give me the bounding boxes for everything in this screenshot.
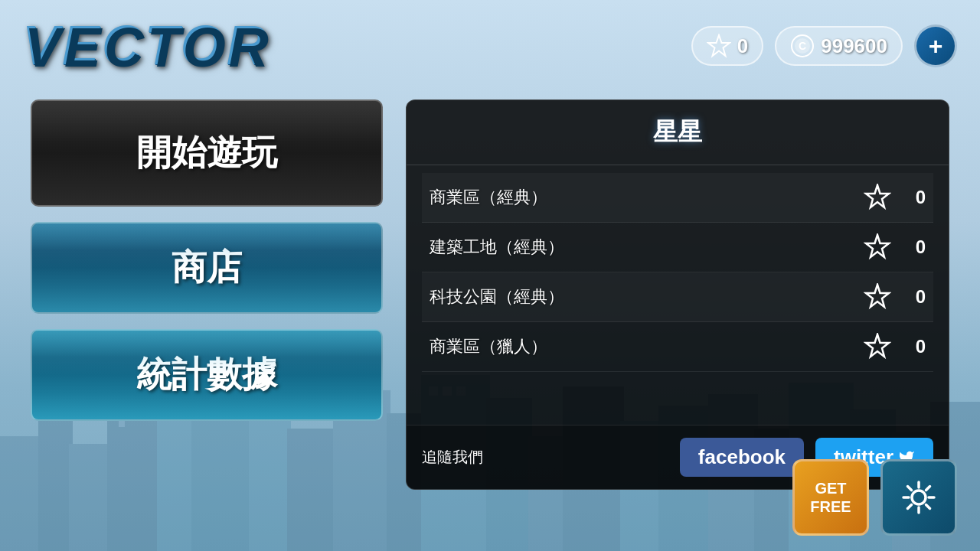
left-panel: 開始遊玩 商店 統計數據 [31, 99, 383, 490]
gear-icon [899, 478, 939, 517]
game-logo: VECTOR [23, 15, 270, 77]
add-button[interactable]: + [914, 24, 957, 67]
row-count-0: 0 [903, 187, 926, 208]
stars-list[interactable]: 商業區（經典） 0 建築工地（經典） 0 科技公園（經典） [407, 165, 949, 425]
table-row[interactable]: 商業區（經典） 0 [422, 173, 933, 223]
bottom-right-buttons: GET FREE [792, 459, 957, 536]
row-star-icon-1 [864, 233, 891, 261]
coins-value: 999600 [821, 34, 887, 58]
star-icon [707, 34, 731, 58]
row-label-3: 商業區（獵人） [430, 335, 864, 358]
svg-marker-38 [866, 334, 889, 357]
svg-marker-36 [866, 235, 889, 257]
svg-line-47 [908, 505, 912, 509]
header-counters: 0 C 999600 + [691, 24, 957, 67]
svg-point-39 [912, 491, 926, 504]
coin-icon: C [790, 34, 815, 58]
get-free-button[interactable]: GET FREE [792, 459, 869, 536]
table-row[interactable]: 科技公園（經典） 0 [422, 272, 933, 322]
table-row[interactable]: 建築工地（經典） 0 [422, 223, 933, 272]
table-row[interactable]: 商業區（獵人） 0 [422, 322, 933, 372]
svg-line-44 [908, 487, 912, 491]
coins-counter: C 999600 [775, 26, 903, 66]
stars-panel: 星星 商業區（經典） 0 建築工地（經典） 0 [406, 99, 949, 490]
svg-marker-37 [866, 285, 889, 307]
svg-marker-35 [866, 185, 889, 207]
stars-counter: 0 [691, 26, 763, 66]
svg-line-45 [926, 505, 930, 509]
row-star-icon-2 [864, 283, 891, 311]
header: VECTOR 0 C 999600 + [0, 0, 980, 92]
row-count-3: 0 [903, 336, 926, 357]
stars-title: 星星 [407, 100, 949, 165]
svg-text:C: C [799, 40, 806, 52]
play-button[interactable]: 開始遊玩 [31, 99, 383, 207]
shop-button[interactable]: 商店 [31, 222, 383, 314]
row-label-0: 商業區（經典） [430, 186, 864, 209]
row-count-1: 0 [903, 236, 926, 258]
settings-button[interactable] [880, 459, 957, 536]
main-content: 開始遊玩 商店 統計數據 星星 商業區（經典） 0 [0, 99, 980, 490]
row-count-2: 0 [903, 286, 926, 308]
svg-marker-31 [708, 35, 730, 56]
svg-line-46 [926, 487, 930, 491]
row-label-1: 建築工地（經典） [430, 236, 864, 259]
stats-button[interactable]: 統計數據 [31, 329, 383, 421]
row-star-icon-0 [864, 184, 891, 211]
facebook-button[interactable]: facebook [680, 438, 804, 477]
row-star-icon-3 [864, 333, 891, 360]
follow-label: 追隨我們 [422, 447, 668, 468]
row-label-2: 科技公園（經典） [430, 285, 864, 308]
stars-value: 0 [737, 34, 748, 58]
